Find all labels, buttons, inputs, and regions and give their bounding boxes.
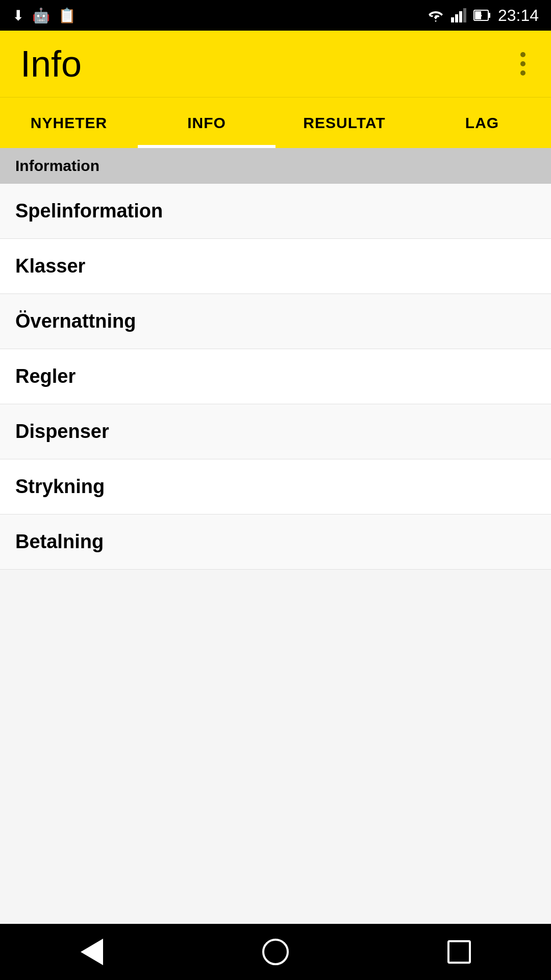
tab-bar: NYHETER INFO RESULTAT LAG	[0, 97, 551, 148]
list-item-betalning[interactable]: Betalning	[0, 514, 551, 570]
list-item-label: Betalning	[15, 531, 104, 552]
tab-resultat[interactable]: RESULTAT	[276, 97, 413, 148]
svg-rect-2	[459, 11, 462, 22]
clipboard-icon: 📋	[58, 7, 76, 24]
tab-nyheter[interactable]: NYHETER	[0, 97, 138, 148]
list-item-strykning[interactable]: Strykning	[0, 459, 551, 514]
home-icon	[262, 939, 289, 965]
list-item-regler[interactable]: Regler	[0, 349, 551, 404]
more-options-button[interactable]	[515, 47, 531, 81]
list-item-label: Klasser	[15, 255, 85, 277]
page-title: Info	[20, 43, 82, 85]
android-icon: 🤖	[32, 7, 50, 24]
tab-info[interactable]: INFO	[138, 97, 276, 148]
list-item-label: Spelinformation	[15, 200, 163, 222]
signal-icon	[451, 8, 467, 22]
list-item-klasser[interactable]: Klasser	[0, 239, 551, 294]
more-dot-1	[520, 52, 525, 57]
svg-rect-1	[455, 14, 458, 22]
home-button[interactable]	[255, 932, 296, 972]
recent-icon	[447, 940, 471, 964]
status-bar-left: ⬇ 🤖 📋	[12, 7, 76, 24]
section-header-text: Information	[15, 157, 99, 174]
status-bar: ⬇ 🤖 📋 23:14	[0, 0, 551, 31]
battery-icon	[473, 8, 492, 22]
download-icon: ⬇	[12, 7, 24, 24]
clock: 23:14	[498, 6, 539, 25]
list-item-overnattning[interactable]: Övernattning	[0, 294, 551, 349]
list-item-label: Strykning	[15, 476, 105, 497]
info-list: Spelinformation Klasser Övernattning Reg…	[0, 184, 551, 924]
list-item-label: Regler	[15, 365, 76, 387]
wifi-icon	[427, 8, 445, 22]
more-dot-2	[520, 61, 525, 66]
list-item-label: Dispenser	[15, 421, 109, 442]
svg-rect-0	[451, 17, 454, 22]
more-dot-3	[520, 70, 525, 76]
svg-rect-6	[488, 13, 490, 18]
tab-lag[interactable]: LAG	[413, 97, 551, 148]
app-bar: Info	[0, 31, 551, 97]
list-item-dispenser[interactable]: Dispenser	[0, 404, 551, 459]
back-button[interactable]	[71, 932, 112, 972]
recent-button[interactable]	[439, 932, 480, 972]
bottom-nav	[0, 924, 551, 980]
svg-rect-3	[463, 8, 466, 22]
list-item-spelinformation[interactable]: Spelinformation	[0, 184, 551, 239]
status-bar-right: 23:14	[427, 6, 539, 25]
section-header: Information	[0, 148, 551, 184]
list-item-label: Övernattning	[15, 310, 136, 332]
back-icon	[81, 939, 103, 965]
